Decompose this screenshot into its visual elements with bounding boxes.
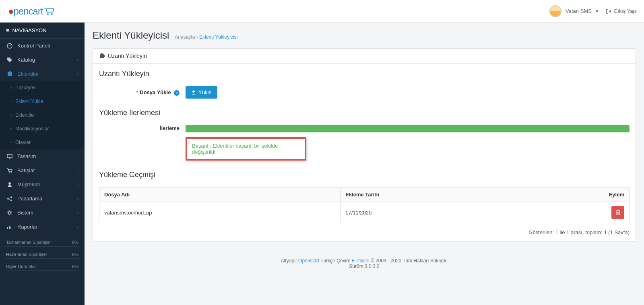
progress-row: İlerleme Başarılı: Eklentiler başarılı b… [99,125,630,161]
history-table: Dosya Adı Ekleme Tarihi Eylem vatansms.o… [99,187,630,223]
nav-design[interactable]: Tasarım › [0,149,85,163]
nav-events[interactable]: »Olaylar [0,136,85,149]
nav-customers[interactable]: Müşteriler › [0,177,85,192]
delete-button[interactable] [611,206,624,219]
nav-extensions-submenu: »Pazaryeri »Eklenti Yükle »Eklentiler »M… [0,81,85,149]
chevron-right-icon: › [77,168,78,173]
svg-point-14 [101,53,103,55]
nav-system[interactable]: Sistem › [0,206,85,220]
puzzle-icon [6,71,13,77]
double-chevron-icon: » [10,99,12,103]
app-header: ●pencart Vatan SMS ▾ Çıkış Yap [0,0,644,23]
footer-link-opencart[interactable]: OpenCart [298,258,319,264]
sidebar-stats: Tamamlanan Siparişler0% Hazırlanan Sipar… [0,234,85,282]
col-action: Eylem [523,188,629,202]
cart-icon [6,168,13,173]
svg-point-12 [8,212,11,214]
table-row: vatansms.ocmod.zip 17/11/2020 [99,202,630,223]
svg-point-9 [7,198,9,200]
nav-extensions[interactable]: Eklentiler › [0,67,85,81]
upload-section-title: Uzantı Yükleyin [99,70,630,78]
success-alert: Başarılı: Eklentiler başarılı bir şekild… [186,137,306,161]
nav-sales[interactable]: Satışlar › [0,163,85,177]
trash-icon [615,210,620,215]
page-header: Eklenti Yükleyicisi Anasayfa › Eklenti Y… [85,23,644,48]
nav-title: ≡ NAVİGASYON [0,23,85,39]
user-name: Vatan SMS [566,8,592,14]
nav-catalog[interactable]: Katalog › [0,53,85,67]
stat-bar [6,258,78,259]
chevron-right-icon: › [77,225,78,229]
svg-point-11 [10,200,12,201]
progress-section-title: Yükleme İlerlemesi [99,109,630,117]
desktop-icon [6,154,13,159]
svg-rect-13 [100,54,104,58]
chevron-right-icon: › [77,154,78,159]
nav-marketplace[interactable]: »Pazaryeri [0,81,85,95]
col-filename: Dosya Adı [99,188,341,202]
nav-reports[interactable]: Raporlar › [0,220,85,234]
svg-point-7 [11,172,12,173]
chevron-right-icon: › [77,72,78,76]
nav-modifications[interactable]: »Modifikasyonlar [0,122,85,136]
installer-panel: Uzantı Yükleyin Uzantı Yükleyin * Dosya … [93,48,636,242]
upload-form-row: * Dosya Yükle ? Yükle [99,86,630,99]
svg-point-1 [51,13,53,15]
svg-rect-5 [7,155,12,158]
pagination-info: Gösterilen: 1 ile 1 arası, toplam: 1 (1 … [99,229,630,235]
svg-point-6 [9,172,10,173]
logout-label: Çıkış Yap [614,8,636,14]
logo[interactable]: ●pencart [8,6,54,17]
breadcrumb: Anasayfa › Eklenti Yükleyicisi [175,34,237,40]
cell-date: 17/11/2020 [341,202,523,223]
page-title: Eklenti Yükleyicisi [93,30,169,41]
puzzle-icon [99,53,105,59]
tag-icon [6,57,13,63]
nav-installer[interactable]: »Eklenti Yükle [0,95,85,108]
progress-bar [186,125,630,132]
cart-icon [44,7,54,15]
footer-version: Sürüm 3.0.3.2 [349,264,379,269]
help-icon[interactable]: ? [174,90,180,96]
chevron-right-icon: › [77,58,78,62]
avatar [549,5,561,17]
sidebar: ≡ NAVİGASYON Kontrol Paneli Katalog › Ek… [0,23,85,305]
upload-label: Dosya Yükle [140,89,171,95]
cell-filename: vatansms.ocmod.zip [99,202,341,223]
double-chevron-icon: » [10,86,12,90]
breadcrumb-home[interactable]: Anasayfa [175,34,195,40]
logo-text: ●pencart [8,6,43,17]
stat-bar [6,270,78,271]
footer: Altyapı: OpenCart Türkçe Çeviri: E-Pikse… [85,250,644,277]
breadcrumb-current[interactable]: Eklenti Yükleyicisi [199,34,237,40]
upload-button[interactable]: Yükle [186,86,217,99]
double-chevron-icon: » [10,140,12,144]
svg-point-10 [10,196,12,198]
logout-icon [606,8,611,14]
gear-icon [6,210,13,216]
dashboard-icon [6,43,13,49]
svg-point-8 [8,182,11,185]
user-icon [6,182,13,188]
menu-icon: ≡ [6,27,9,33]
nav-marketing[interactable]: Pazarlama › [0,192,85,206]
chevron-right-icon: › [77,182,78,187]
chevron-right-icon: › [77,210,78,215]
history-section-title: Yükleme Geçmişi [99,171,630,179]
double-chevron-icon: » [10,113,12,117]
share-icon [6,196,13,202]
col-date: Ekleme Tarihi [341,188,523,202]
footer-link-epiksel[interactable]: E-Piksel [352,258,369,264]
stat-bar [6,246,78,247]
panel-heading: Uzantı Yükleyin [93,49,636,64]
double-chevron-icon: » [10,127,12,131]
svg-rect-3 [8,72,12,76]
chart-icon [6,224,13,230]
main-content: Eklenti Yükleyicisi Anasayfa › Eklenti Y… [85,23,644,277]
svg-point-0 [47,13,49,15]
nav-extensions-sub[interactable]: »Eklentiler [0,108,85,122]
chevron-right-icon: › [77,196,78,201]
logout-button[interactable]: Çıkış Yap [606,8,636,14]
nav-dashboard[interactable]: Kontrol Paneli [0,39,85,53]
user-menu[interactable]: Vatan SMS ▾ [549,5,599,17]
